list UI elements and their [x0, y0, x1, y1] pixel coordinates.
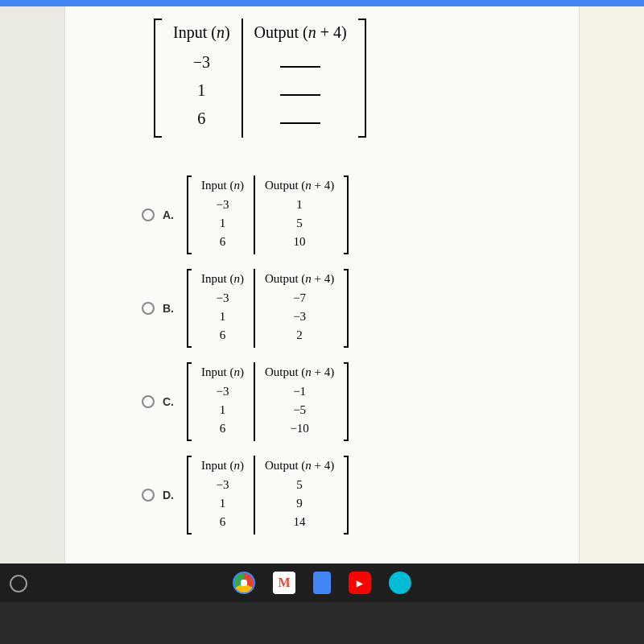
screen: « Input (n) −3 1 6 Output (n + 4): [0, 6, 644, 602]
col-header: Input (n): [201, 179, 244, 196]
cell: −5: [265, 401, 334, 419]
output-blank[interactable]: [254, 48, 347, 76]
youtube-icon[interactable]: ▶: [349, 572, 371, 594]
cell: −3: [265, 308, 334, 326]
bracket-left: [187, 362, 192, 441]
input-cell: 1: [173, 76, 230, 105]
radio-button[interactable]: [142, 395, 155, 408]
cell: 6: [201, 419, 244, 438]
option-a[interactable]: A. Input (n) −3 1 6 Outpu: [142, 175, 344, 254]
cell: 1: [201, 214, 244, 233]
option-table: Input (n) −3 1 6 Output (n + 4) 5 9 14: [192, 456, 344, 535]
cell: −3: [201, 382, 244, 401]
option-b[interactable]: B. Input (n) −3 1 6 Outpu: [142, 269, 344, 348]
answer-options: A. Input (n) −3 1 6 Outpu: [142, 175, 344, 549]
worksheet-content: Input (n) −3 1 6 Output (n + 4): [64, 6, 580, 602]
output-header: Output (n + 4): [254, 23, 347, 48]
input-header: Input (n): [173, 23, 230, 48]
bracket-left: [154, 19, 162, 138]
cell: −3: [201, 289, 244, 308]
cell: 2: [265, 326, 334, 345]
left-panel: «: [0, 6, 64, 602]
messages-icon[interactable]: [389, 572, 411, 594]
radio-button[interactable]: [142, 208, 155, 221]
cell: 1: [201, 308, 244, 326]
cell: −3: [201, 476, 244, 494]
option-label: B.: [163, 302, 179, 315]
col-header: Output (n + 4): [265, 272, 334, 289]
option-label: D.: [163, 489, 179, 502]
keyboard-edge: [0, 602, 644, 644]
chrome-icon[interactable]: [233, 572, 255, 594]
option-d[interactable]: D. Input (n) −3 1 6 Outpu: [142, 456, 344, 535]
question-table: Input (n) −3 1 6 Output (n + 4): [162, 19, 358, 138]
cell: −1: [265, 382, 334, 401]
radio-button[interactable]: [142, 302, 155, 315]
bracket-left: [187, 269, 192, 348]
bracket-left: [187, 175, 192, 254]
output-column: Output (n + 4): [242, 19, 358, 138]
docs-icon[interactable]: [313, 572, 331, 594]
cell: 1: [201, 401, 244, 419]
bracket-right: [344, 456, 349, 535]
radio-button[interactable]: [142, 489, 155, 502]
taskbar: M ▶: [0, 564, 644, 602]
col-header: Input (n): [201, 272, 244, 289]
input-column: Input (n) −3 1 6: [162, 19, 242, 138]
browser-tab-strip: [0, 0, 644, 6]
cell: 6: [201, 326, 244, 345]
cell: −3: [201, 196, 244, 214]
cell: 1: [265, 196, 334, 214]
cell: −10: [265, 419, 334, 438]
input-cell: 6: [173, 105, 230, 133]
cell: 6: [201, 513, 244, 531]
bracket-left: [187, 456, 192, 535]
cell: −7: [265, 289, 334, 308]
option-table: Input (n) −3 1 6 Output (n + 4) −1 −5 −1…: [192, 362, 344, 441]
option-label: C.: [163, 395, 179, 408]
bracket-right: [344, 362, 349, 441]
cell: 6: [201, 233, 244, 251]
output-blank[interactable]: [254, 76, 347, 105]
col-header: Output (n + 4): [265, 459, 334, 476]
launcher-icon[interactable]: [10, 575, 27, 592]
cell: 14: [265, 513, 334, 531]
bracket-right: [358, 19, 366, 138]
col-header: Output (n + 4): [265, 179, 334, 196]
col-header: Output (n + 4): [265, 365, 334, 382]
bracket-right: [344, 269, 349, 348]
col-header: Input (n): [201, 459, 244, 476]
cell: 9: [265, 494, 334, 513]
device-frame: « Input (n) −3 1 6 Output (n + 4): [0, 6, 644, 644]
option-label: A.: [163, 208, 179, 221]
output-blank[interactable]: [254, 105, 347, 133]
input-cell: −3: [173, 48, 230, 76]
cell: 1: [201, 494, 244, 513]
bracket-right: [344, 175, 349, 254]
option-table: Input (n) −3 1 6 Output (n + 4) −7 −3 2: [192, 269, 344, 348]
option-c[interactable]: C. Input (n) −3 1 6 Outpu: [142, 362, 344, 441]
cell: 5: [265, 214, 334, 233]
cell: 5: [265, 476, 334, 494]
cell: 10: [265, 233, 334, 251]
option-table: Input (n) −3 1 6 Output (n + 4) 1 5 10: [192, 175, 344, 254]
col-header: Input (n): [201, 365, 244, 382]
gmail-icon[interactable]: M: [273, 572, 295, 594]
